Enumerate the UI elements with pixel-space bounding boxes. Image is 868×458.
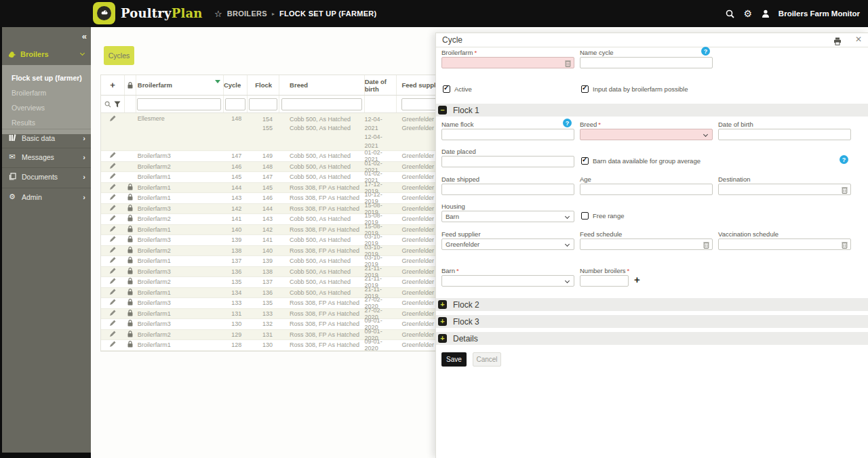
- table-row[interactable]: Broilerfarm1131133Ross 308, FP As Hatche…: [101, 309, 479, 320]
- filter-funnel-icon[interactable]: [114, 98, 121, 110]
- table-row[interactable]: Broilerfarm2138140Ross 308, FP As Hatche…: [101, 246, 479, 257]
- filter-input-flock[interactable]: [249, 98, 277, 110]
- table-row[interactable]: Broilerfarm2146148Cobb 500, As Hatched01…: [101, 162, 479, 173]
- filter-input-cycle[interactable]: [225, 98, 245, 110]
- vaccination-schedule-field[interactable]: [718, 238, 851, 250]
- sidebar-item-messages[interactable]: ✉ Messages ›: [2, 148, 91, 165]
- app-logo[interactable]: PoultryPlan: [93, 2, 203, 24]
- expand-plus-icon[interactable]: +: [438, 300, 447, 309]
- barn-select[interactable]: [441, 275, 574, 287]
- clear-trash-icon[interactable]: [842, 186, 848, 195]
- table-row[interactable]: Broilerfarm1128130Ross 308, FP As Hatche…: [101, 340, 479, 351]
- edit-pencil-icon[interactable]: [109, 268, 116, 276]
- table-row[interactable]: Broilerfarm3133135Ross 308, FP As Hatche…: [101, 298, 479, 309]
- settings-gear-icon[interactable]: ⚙: [743, 9, 753, 18]
- table-group-row[interactable]: Ellesmere148154155Cobb 500, As HatchedCo…: [101, 113, 479, 151]
- destination-field[interactable]: [718, 184, 851, 195]
- sidebar-item-flock-set-up[interactable]: Flock set up (farmer): [2, 70, 91, 85]
- edit-pencil-icon[interactable]: [109, 331, 116, 339]
- edit-pencil-icon[interactable]: [109, 194, 116, 202]
- table-row[interactable]: Broilerfarm3139141Cobb 500, As Hatched03…: [101, 235, 479, 246]
- clear-trash-icon[interactable]: [565, 60, 571, 68]
- edit-pencil-icon[interactable]: [109, 184, 116, 192]
- table-row[interactable]: Broilerfarm1134136Cobb 500, As Hatched21…: [101, 288, 479, 299]
- help-icon[interactable]: ?: [701, 47, 710, 56]
- table-row[interactable]: Broilerfarm2135137Cobb 500, As Hatched21…: [101, 277, 479, 288]
- table-row[interactable]: Broilerfarm1145147Cobb 500, As Hatched01…: [101, 172, 479, 183]
- clear-trash-icon[interactable]: [842, 241, 848, 250]
- column-header-broilerfarm[interactable]: Broilerfarm: [136, 75, 224, 95]
- user-icon[interactable]: [761, 9, 770, 18]
- sidebar-item-broilers[interactable]: Broilers: [2, 46, 91, 62]
- help-icon[interactable]: ?: [840, 155, 848, 164]
- sidebar-collapse-icon[interactable]: «: [82, 31, 87, 41]
- save-button[interactable]: Save: [441, 352, 467, 367]
- edit-pencil-icon[interactable]: [109, 289, 116, 297]
- breadcrumb-section[interactable]: BROILERS: [227, 9, 267, 18]
- filter-input-broilerfarm[interactable]: [137, 98, 222, 110]
- filter-search-icon[interactable]: [104, 98, 111, 110]
- section-flock-1[interactable]: – Flock 1: [436, 104, 868, 117]
- sidebar-item-admin[interactable]: ⚙ Admin ›: [2, 188, 91, 205]
- add-row-icon[interactable]: +: [110, 80, 115, 90]
- favorite-star-icon[interactable]: ☆: [214, 9, 222, 19]
- edit-pencil-icon[interactable]: [109, 163, 116, 171]
- section-flock-3[interactable]: + Flock 3: [436, 315, 868, 328]
- edit-pencil-icon[interactable]: [109, 236, 116, 244]
- cancel-button[interactable]: Cancel: [473, 352, 501, 367]
- date-placed-field[interactable]: [441, 156, 574, 167]
- table-row[interactable]: Broilerfarm1140142Ross 308, FP As Hatche…: [101, 225, 479, 236]
- clear-trash-icon[interactable]: [703, 241, 709, 250]
- number-broilers-field[interactable]: [580, 275, 629, 287]
- sidebar-item-basic-data[interactable]: Basic data ›: [2, 129, 91, 146]
- broilerfarm-field[interactable]: [441, 57, 574, 68]
- edit-pencil-icon[interactable]: [109, 205, 116, 213]
- edit-pencil-icon[interactable]: [109, 341, 116, 349]
- date-shipped-field[interactable]: [441, 184, 574, 195]
- edit-pencil-icon[interactable]: [109, 152, 116, 160]
- breed-select[interactable]: [580, 129, 713, 140]
- table-row[interactable]: Broilerfarm1143146Ross 308, FP As Hatche…: [101, 193, 479, 204]
- expand-plus-icon[interactable]: +: [438, 317, 447, 326]
- close-icon[interactable]: ✕: [855, 35, 862, 44]
- name-flock-field[interactable]: [441, 129, 574, 140]
- edit-pencil-icon[interactable]: [109, 278, 116, 286]
- section-details[interactable]: + Details: [436, 332, 868, 345]
- edit-pencil-icon[interactable]: [109, 226, 116, 234]
- barn-data-checkbox[interactable]: [581, 157, 589, 165]
- edit-pencil-icon[interactable]: [109, 257, 116, 265]
- column-header-breed[interactable]: Breed: [279, 75, 365, 95]
- search-icon[interactable]: [726, 9, 735, 18]
- free-range-checkbox[interactable]: [581, 212, 589, 220]
- column-header-cycle[interactable]: Cycle: [224, 75, 248, 95]
- tab-cycles[interactable]: Cycles: [104, 46, 134, 65]
- table-row[interactable]: Broilerfarm2129131Ross 308, FP As Hatche…: [101, 330, 479, 341]
- edit-pencil-icon[interactable]: [109, 115, 116, 123]
- section-flock-2[interactable]: + Flock 2: [436, 298, 868, 311]
- edit-pencil-icon[interactable]: [109, 320, 116, 328]
- name-cycle-field[interactable]: [580, 57, 713, 68]
- help-icon[interactable]: ?: [563, 119, 572, 127]
- expand-plus-icon[interactable]: +: [438, 334, 447, 343]
- table-row[interactable]: Broilerfarm3147149Cobb 500, As Hatched01…: [101, 151, 479, 162]
- feed-schedule-field[interactable]: [580, 238, 713, 250]
- edit-pencil-icon[interactable]: [109, 299, 116, 307]
- age-field[interactable]: [580, 184, 713, 195]
- feed-supplier-select[interactable]: Greenfelder: [441, 238, 574, 250]
- column-header-flock[interactable]: Flock: [248, 75, 279, 95]
- input-data-checkbox[interactable]: [581, 85, 589, 93]
- edit-pencil-icon[interactable]: [109, 247, 116, 255]
- table-row[interactable]: Broilerfarm2141143Cobb 500, As Hatched15…: [101, 214, 479, 225]
- column-header-date-of-birth[interactable]: Date of birth: [365, 75, 397, 95]
- edit-pencil-icon[interactable]: [109, 310, 116, 318]
- housing-select[interactable]: Barn: [441, 211, 574, 222]
- sidebar-item-documents[interactable]: Documents ›: [2, 167, 91, 185]
- sidebar-item-results[interactable]: Results: [2, 115, 91, 130]
- sidebar-item-overviews[interactable]: Overviews: [2, 100, 91, 115]
- date-of-birth-field[interactable]: [718, 129, 851, 140]
- sidebar-item-broilerfarm[interactable]: Broilerfarm: [2, 85, 91, 100]
- edit-pencil-icon[interactable]: [109, 215, 116, 223]
- table-row[interactable]: Broilerfarm3130132Ross 308, FP As Hatche…: [101, 319, 479, 330]
- print-icon[interactable]: [833, 36, 842, 48]
- edit-pencil-icon[interactable]: [109, 173, 116, 181]
